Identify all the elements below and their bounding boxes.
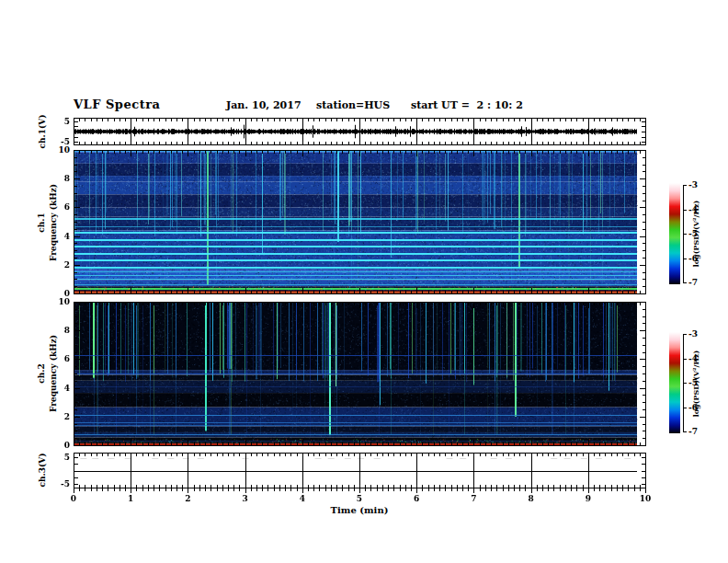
x-tick-label: 5: [349, 494, 370, 503]
x-tick-label: 3: [235, 494, 256, 503]
colorbar-tick-label: -4: [688, 354, 698, 363]
x-tick-label: 4: [292, 494, 313, 503]
ch1-voltage-axis-label: ch.1(V): [38, 115, 47, 149]
vlf-spectra-screen: VLF Spectra Jan. 10, 2017 station=HUS st…: [0, 0, 728, 563]
colorbar-tick-label: -5: [688, 378, 698, 387]
colorbar-tick: [683, 383, 687, 384]
volt-tick-label-ch1v: 5: [54, 117, 70, 126]
ch2-frequency-axis-label: Frequency (kHz): [49, 335, 58, 412]
x-tick-label: 8: [521, 494, 541, 503]
freq-tick-label-sp2: 2: [54, 412, 70, 421]
colorbar-tick-label: -7: [688, 427, 698, 436]
colorbar-tick: [683, 210, 687, 211]
ch3-voltage-axis-label: ch.3(V): [38, 454, 47, 488]
colorbar-tick: [683, 185, 687, 186]
freq-tick-label-sp2: 6: [54, 354, 70, 363]
x-tick-label: 1: [120, 494, 141, 503]
colorbar-tick: [683, 334, 687, 335]
header-start-ut: start UT = 2 : 10: 2: [411, 99, 523, 111]
colorbar-tick-label: -7: [688, 278, 698, 287]
freq-tick-label-sp1: 10: [54, 145, 70, 155]
ch3-voltage-canvas: [74, 453, 646, 488]
volt-tick-label-ch3: 5: [54, 453, 70, 462]
colorbar-tick: [683, 408, 687, 408]
colorbar-tick-label: -3: [688, 180, 698, 190]
ch1-frequency-axis-label: Frequency (kHz): [49, 184, 58, 261]
header-date: Jan. 10, 2017: [226, 99, 301, 111]
freq-tick-label-sp2: 4: [54, 384, 70, 393]
x-tick-label: 9: [578, 494, 598, 503]
time-axis-label: Time (min): [331, 505, 389, 515]
ch1-spectrogram-canvas: [74, 150, 646, 294]
x-tick-label: 7: [463, 494, 483, 503]
freq-tick-label-sp1: 4: [54, 232, 70, 241]
freq-tick-label-sp2: 10: [54, 297, 70, 306]
colorbar-tick-label: -6: [688, 403, 698, 412]
freq-tick-label-sp2: 8: [54, 326, 70, 335]
ch2-spectrogram-canvas: [74, 302, 646, 446]
ch1-voltage-canvas: [74, 118, 646, 145]
freq-tick-label-sp1: 2: [54, 260, 70, 270]
colorbar-tick: [683, 359, 687, 360]
x-tick-label: 2: [177, 494, 198, 503]
colorbar-tick: [683, 282, 687, 283]
freq-tick-label-sp1: 6: [54, 202, 70, 212]
colorbar-tick: [683, 431, 687, 432]
colorbar-tick-label: -6: [688, 254, 698, 263]
x-tick-label: 0: [63, 494, 84, 503]
volt-tick-label-ch3: -5: [54, 479, 70, 488]
ch1-channel-label: ch.1: [37, 213, 46, 232]
page-title: VLF Spectra: [74, 98, 160, 111]
x-tick-label: 10: [635, 494, 655, 503]
colorbar-1-gradient: [669, 183, 680, 284]
colorbar-tick-label: -4: [688, 205, 698, 214]
ch2-channel-label: ch.2: [37, 363, 46, 383]
colorbar-tick: [683, 234, 687, 235]
freq-tick-label-sp2: 0: [54, 441, 70, 450]
colorbar-tick-label: -5: [688, 229, 698, 238]
freq-tick-label-sp1: 8: [54, 174, 70, 183]
volt-tick-label-ch1v: -5: [54, 137, 70, 146]
x-tick-label: 6: [406, 494, 427, 503]
colorbar-tick-label: -3: [688, 329, 698, 339]
colorbar-tick: [683, 259, 687, 259]
header-station: station=HUS: [316, 99, 390, 111]
colorbar-2-gradient: [669, 332, 680, 433]
